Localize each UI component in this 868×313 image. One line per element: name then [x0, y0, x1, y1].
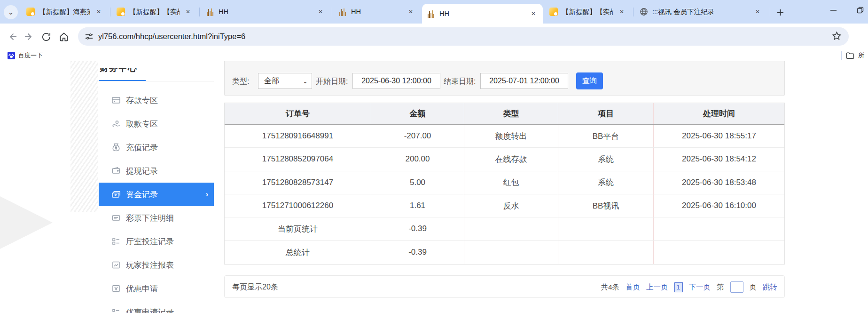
- sidebar-item-deposit-zone[interactable]: 存款专区: [99, 88, 214, 112]
- address-bar[interactable]: yl756.com/hhcp/usercenter.html?iniType=6: [78, 27, 849, 46]
- baidu-paw-icon: [8, 52, 15, 59]
- sidebar-divider: [99, 81, 214, 81]
- end-date-label: 结束日期:: [444, 77, 476, 87]
- process-time: 2025-06-30 18:53:48: [654, 171, 784, 194]
- summary-amount: -0.39: [371, 241, 464, 264]
- table-summary-row-total: 总统计 -0.39: [225, 241, 784, 264]
- amount: 5.00: [371, 171, 464, 194]
- column-header: 类型: [464, 103, 558, 124]
- page-size-text: 每页显示20条: [232, 276, 278, 298]
- page-content: 财务中心 存款专区 取款专区 充值记录 提现记录: [0, 61, 868, 313]
- order-no: 1751271000612260: [225, 194, 371, 217]
- sidebar-header: 财务中心: [100, 62, 137, 74]
- bookmark-baidu[interactable]: 百度一下: [5, 49, 46, 61]
- end-date-input[interactable]: [480, 73, 568, 89]
- bookmarks-overflow-label[interactable]: 所: [858, 51, 864, 60]
- tab-separator: [110, 8, 110, 16]
- close-icon[interactable]: ✕: [183, 7, 193, 16]
- wallet-icon: [111, 166, 121, 176]
- hh-favicon-icon: [338, 8, 347, 16]
- tab-search-button[interactable]: ⌄: [4, 5, 18, 19]
- home-icon[interactable]: [57, 30, 71, 44]
- order-no: 1751280916648991: [225, 125, 371, 147]
- list-record-icon: [111, 307, 121, 313]
- first-page-link[interactable]: 首页: [626, 282, 640, 292]
- type-select-value: 全部: [264, 76, 279, 86]
- process-time: 2025-06-30 18:54:12: [654, 148, 784, 170]
- sidebar-item-funds-record[interactable]: 资金记录 ›: [99, 183, 214, 206]
- table-summary-row-page: 当前页统计 -0.39: [225, 217, 784, 241]
- table-row: 1751280852097064 200.00 在线存款 系统 2025-06-…: [225, 148, 784, 171]
- type: 反水: [464, 194, 558, 217]
- chevron-down-icon: ⌄: [8, 8, 14, 16]
- forward-icon[interactable]: [22, 30, 36, 44]
- close-icon[interactable]: ✕: [406, 7, 415, 16]
- url-text[interactable]: yl756.com/hhcp/usercenter.html?iniType=6: [98, 32, 842, 41]
- amount: 200.00: [371, 148, 464, 170]
- sidebar-item-withdraw-record[interactable]: 提现记录: [99, 159, 214, 183]
- start-date-input[interactable]: [352, 73, 440, 89]
- jump-button[interactable]: 跳转: [763, 282, 777, 292]
- table-row: 1751280916648991 -207.00 额度转出 BB平台 2025-…: [225, 125, 784, 148]
- project: 系统: [558, 171, 654, 194]
- jump-suffix-label: 页: [750, 282, 757, 292]
- sidebar-item-label: 玩家投注报表: [126, 260, 174, 271]
- browser-tab-3[interactable]: HH ✕: [201, 0, 330, 24]
- amount: -207.00: [371, 125, 464, 147]
- browser-tab-4[interactable]: HH ✕: [334, 0, 420, 24]
- jump-prefix-label: 第: [717, 282, 724, 292]
- sidebar-item-promo-apply[interactable]: 优惠申请: [99, 277, 214, 300]
- ticket-yen-icon: [111, 284, 121, 293]
- type: 额度转出: [464, 125, 558, 147]
- sidebar-item-lottery-bet-detail[interactable]: 彩票下注明细: [99, 206, 214, 230]
- sidebar-item-label: 取款专区: [126, 119, 158, 129]
- bookmark-star-icon[interactable]: [831, 31, 842, 43]
- sidebar-item-withdraw-zone[interactable]: 取款专区: [99, 112, 214, 136]
- summary-label: 总统计: [225, 241, 371, 264]
- sidebar-item-label: 充值记录: [126, 142, 158, 153]
- browser-tab-5-active[interactable]: HH ✕: [422, 4, 543, 24]
- tab-title: 【新提醒】【实战有: [562, 8, 613, 16]
- sidebar-item-label: 厅室投注记录: [126, 236, 174, 247]
- sidebar-item-promo-apply-record[interactable]: 优惠申请记录: [99, 300, 214, 313]
- type-filter-label: 类型:: [232, 77, 249, 87]
- query-button[interactable]: 查询: [576, 72, 603, 89]
- tab-separator: [770, 8, 770, 16]
- browser-tab-7[interactable]: :::视讯 会员下注纪录 ✕: [635, 0, 767, 24]
- sidebar-item-label: 提现记录: [126, 166, 158, 177]
- project: BB平台: [558, 125, 654, 147]
- process-time: 2025-06-30 18:55:17: [654, 125, 784, 147]
- close-icon[interactable]: ✕: [617, 7, 626, 16]
- grid-list-icon: [111, 237, 121, 246]
- type-select[interactable]: 全部 ⌄: [258, 73, 312, 89]
- next-page-link[interactable]: 下一页: [689, 282, 711, 292]
- prev-page-link[interactable]: 上一页: [646, 282, 668, 292]
- bookmarks-separator: [841, 51, 842, 60]
- close-icon[interactable]: ✕: [529, 9, 538, 18]
- column-header: 订单号: [225, 103, 371, 124]
- sidebar-item-player-bet-report[interactable]: 玩家投注报表: [99, 253, 214, 277]
- sidebar-item-label: 优惠申请记录: [126, 307, 174, 313]
- new-tab-button[interactable]: [774, 6, 787, 19]
- sidebar-item-hall-bet-record[interactable]: 厅室投注记录: [99, 230, 214, 253]
- minimize-icon[interactable]: [822, 0, 844, 20]
- browser-tab-2[interactable]: 【新提醒】【实战有 ✕: [112, 0, 197, 24]
- background-watermark-triangle: [0, 183, 53, 263]
- current-page-badge[interactable]: 1: [674, 282, 683, 292]
- back-icon[interactable]: [5, 30, 19, 44]
- close-icon[interactable]: ✕: [753, 7, 762, 16]
- jump-page-input[interactable]: [730, 281, 743, 293]
- sidebar-item-label: 优惠申请: [126, 283, 158, 294]
- browser-tab-1[interactable]: 【新提醒】海燕策略 ✕: [22, 0, 108, 24]
- amount: 1.61: [371, 194, 464, 217]
- site-info-icon[interactable]: [85, 32, 94, 41]
- close-icon[interactable]: ✕: [94, 7, 103, 16]
- close-icon[interactable]: ✕: [316, 7, 325, 16]
- browser-tab-6[interactable]: 【新提醒】【实战有 ✕: [545, 0, 631, 24]
- sidebar-item-recharge-record[interactable]: 充值记录: [99, 136, 214, 159]
- browser-toolbar: yl756.com/hhcp/usercenter.html?iniType=6: [0, 24, 868, 49]
- globe-icon: [640, 8, 648, 16]
- reload-icon[interactable]: [39, 30, 53, 44]
- folder-icon[interactable]: [846, 52, 854, 59]
- restore-window-icon[interactable]: [849, 0, 868, 20]
